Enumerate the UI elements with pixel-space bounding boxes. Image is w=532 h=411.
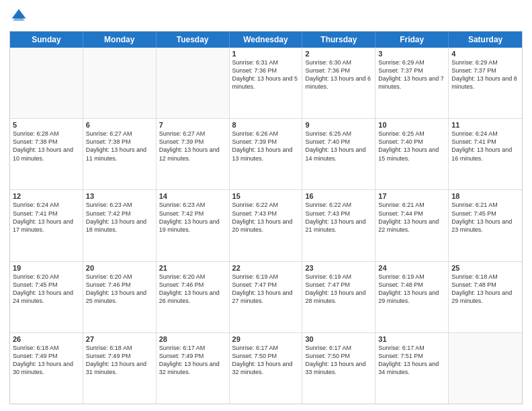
day-number: 12 xyxy=(13,192,80,200)
day-cell-27: 27Sunrise: 6:18 AM Sunset: 7:49 PM Dayli… xyxy=(83,333,157,404)
day-number: 27 xyxy=(86,335,153,343)
header xyxy=(9,7,523,26)
week-row-3: 19Sunrise: 6:20 AM Sunset: 7:45 PM Dayli… xyxy=(10,262,522,333)
calendar: SundayMondayTuesdayWednesdayThursdayFrid… xyxy=(9,31,523,404)
day-info: Sunrise: 6:18 AM Sunset: 7:49 PM Dayligh… xyxy=(86,344,153,377)
day-cell-30: 30Sunrise: 6:17 AM Sunset: 7:50 PM Dayli… xyxy=(302,333,375,404)
day-cell-6: 6Sunrise: 6:27 AM Sunset: 7:38 PM Daylig… xyxy=(83,119,157,189)
day-info: Sunrise: 6:22 AM Sunset: 7:43 PM Dayligh… xyxy=(232,201,300,234)
day-info: Sunrise: 6:18 AM Sunset: 7:48 PM Dayligh… xyxy=(451,273,519,306)
day-cell-5: 5Sunrise: 6:28 AM Sunset: 7:38 PM Daylig… xyxy=(10,119,83,189)
day-cell-26: 26Sunrise: 6:18 AM Sunset: 7:49 PM Dayli… xyxy=(10,333,83,404)
day-number: 6 xyxy=(86,121,153,129)
header-day-sunday: Sunday xyxy=(10,32,83,48)
day-info: Sunrise: 6:20 AM Sunset: 7:46 PM Dayligh… xyxy=(159,273,226,306)
day-info: Sunrise: 6:29 AM Sunset: 7:37 PM Dayligh… xyxy=(378,58,445,91)
week-row-2: 12Sunrise: 6:24 AM Sunset: 7:41 PM Dayli… xyxy=(10,190,522,261)
day-number: 10 xyxy=(378,121,445,129)
day-number: 28 xyxy=(159,335,226,343)
header-day-monday: Monday xyxy=(83,32,157,48)
day-info: Sunrise: 6:27 AM Sunset: 7:39 PM Dayligh… xyxy=(159,130,226,163)
logo-icon xyxy=(9,7,28,26)
empty-cell-4-6 xyxy=(449,333,522,404)
day-info: Sunrise: 6:21 AM Sunset: 7:44 PM Dayligh… xyxy=(378,201,445,234)
day-cell-21: 21Sunrise: 6:20 AM Sunset: 7:46 PM Dayli… xyxy=(157,262,230,332)
day-cell-13: 13Sunrise: 6:23 AM Sunset: 7:42 PM Dayli… xyxy=(83,190,157,261)
empty-cell-0-0 xyxy=(10,48,83,118)
day-number: 29 xyxy=(232,335,300,343)
day-number: 2 xyxy=(305,50,372,58)
day-info: Sunrise: 6:17 AM Sunset: 7:51 PM Dayligh… xyxy=(378,344,445,377)
day-number: 15 xyxy=(232,192,300,200)
day-cell-16: 16Sunrise: 6:22 AM Sunset: 7:43 PM Dayli… xyxy=(302,190,375,261)
day-cell-25: 25Sunrise: 6:18 AM Sunset: 7:48 PM Dayli… xyxy=(449,262,522,332)
day-cell-4: 4Sunrise: 6:29 AM Sunset: 7:37 PM Daylig… xyxy=(449,48,522,118)
day-cell-7: 7Sunrise: 6:27 AM Sunset: 7:39 PM Daylig… xyxy=(157,119,230,189)
day-number: 17 xyxy=(378,192,445,200)
day-info: Sunrise: 6:24 AM Sunset: 7:41 PM Dayligh… xyxy=(13,201,80,234)
day-cell-3: 3Sunrise: 6:29 AM Sunset: 7:37 PM Daylig… xyxy=(375,48,449,118)
day-number: 11 xyxy=(451,121,519,129)
day-info: Sunrise: 6:20 AM Sunset: 7:46 PM Dayligh… xyxy=(86,273,153,306)
header-day-tuesday: Tuesday xyxy=(157,32,230,48)
day-cell-19: 19Sunrise: 6:20 AM Sunset: 7:45 PM Dayli… xyxy=(10,262,83,332)
day-info: Sunrise: 6:22 AM Sunset: 7:43 PM Dayligh… xyxy=(305,201,372,234)
day-cell-9: 9Sunrise: 6:25 AM Sunset: 7:40 PM Daylig… xyxy=(302,119,375,189)
day-cell-15: 15Sunrise: 6:22 AM Sunset: 7:43 PM Dayli… xyxy=(230,190,303,261)
day-info: Sunrise: 6:29 AM Sunset: 7:37 PM Dayligh… xyxy=(451,58,519,91)
day-number: 24 xyxy=(378,264,445,272)
logo xyxy=(9,7,31,26)
day-info: Sunrise: 6:25 AM Sunset: 7:40 PM Dayligh… xyxy=(305,130,372,163)
day-number: 1 xyxy=(232,50,300,58)
page: SundayMondayTuesdayWednesdayThursdayFrid… xyxy=(0,0,532,411)
day-number: 4 xyxy=(451,50,519,58)
day-info: Sunrise: 6:20 AM Sunset: 7:45 PM Dayligh… xyxy=(13,273,80,306)
day-info: Sunrise: 6:31 AM Sunset: 7:36 PM Dayligh… xyxy=(232,58,300,91)
day-cell-17: 17Sunrise: 6:21 AM Sunset: 7:44 PM Dayli… xyxy=(375,190,449,261)
day-cell-20: 20Sunrise: 6:20 AM Sunset: 7:46 PM Dayli… xyxy=(83,262,157,332)
calendar-header: SundayMondayTuesdayWednesdayThursdayFrid… xyxy=(10,32,522,48)
day-number: 23 xyxy=(305,264,372,272)
day-cell-11: 11Sunrise: 6:24 AM Sunset: 7:41 PM Dayli… xyxy=(449,119,522,189)
day-cell-23: 23Sunrise: 6:19 AM Sunset: 7:47 PM Dayli… xyxy=(302,262,375,332)
day-info: Sunrise: 6:19 AM Sunset: 7:47 PM Dayligh… xyxy=(232,273,300,306)
day-number: 13 xyxy=(86,192,153,200)
day-info: Sunrise: 6:27 AM Sunset: 7:38 PM Dayligh… xyxy=(86,130,153,163)
day-number: 3 xyxy=(378,50,445,58)
day-number: 7 xyxy=(159,121,226,129)
day-number: 20 xyxy=(86,264,153,272)
header-day-saturday: Saturday xyxy=(449,32,522,48)
day-number: 25 xyxy=(451,264,519,272)
day-info: Sunrise: 6:30 AM Sunset: 7:36 PM Dayligh… xyxy=(305,58,372,91)
day-number: 9 xyxy=(305,121,372,129)
day-info: Sunrise: 6:23 AM Sunset: 7:42 PM Dayligh… xyxy=(86,201,153,234)
day-number: 8 xyxy=(232,121,300,129)
week-row-0: 1Sunrise: 6:31 AM Sunset: 7:36 PM Daylig… xyxy=(10,48,522,119)
day-cell-29: 29Sunrise: 6:17 AM Sunset: 7:50 PM Dayli… xyxy=(230,333,303,404)
day-info: Sunrise: 6:23 AM Sunset: 7:42 PM Dayligh… xyxy=(159,201,226,234)
day-cell-1: 1Sunrise: 6:31 AM Sunset: 7:36 PM Daylig… xyxy=(230,48,303,118)
day-number: 5 xyxy=(13,121,80,129)
day-number: 26 xyxy=(13,335,80,343)
day-info: Sunrise: 6:21 AM Sunset: 7:45 PM Dayligh… xyxy=(451,201,519,234)
day-number: 31 xyxy=(378,335,445,343)
header-day-wednesday: Wednesday xyxy=(230,32,303,48)
day-info: Sunrise: 6:17 AM Sunset: 7:50 PM Dayligh… xyxy=(232,344,300,377)
day-cell-10: 10Sunrise: 6:25 AM Sunset: 7:40 PM Dayli… xyxy=(375,119,449,189)
day-info: Sunrise: 6:18 AM Sunset: 7:49 PM Dayligh… xyxy=(13,344,80,377)
day-info: Sunrise: 6:24 AM Sunset: 7:41 PM Dayligh… xyxy=(451,130,519,163)
day-cell-8: 8Sunrise: 6:26 AM Sunset: 7:39 PM Daylig… xyxy=(230,119,303,189)
week-row-1: 5Sunrise: 6:28 AM Sunset: 7:38 PM Daylig… xyxy=(10,119,522,190)
day-cell-22: 22Sunrise: 6:19 AM Sunset: 7:47 PM Dayli… xyxy=(230,262,303,332)
day-number: 30 xyxy=(305,335,372,343)
day-info: Sunrise: 6:19 AM Sunset: 7:47 PM Dayligh… xyxy=(305,273,372,306)
day-info: Sunrise: 6:26 AM Sunset: 7:39 PM Dayligh… xyxy=(232,130,300,163)
day-info: Sunrise: 6:28 AM Sunset: 7:38 PM Dayligh… xyxy=(13,130,80,163)
day-cell-24: 24Sunrise: 6:19 AM Sunset: 7:48 PM Dayli… xyxy=(375,262,449,332)
day-number: 21 xyxy=(159,264,226,272)
calendar-body: 1Sunrise: 6:31 AM Sunset: 7:36 PM Daylig… xyxy=(10,48,522,404)
day-info: Sunrise: 6:25 AM Sunset: 7:40 PM Dayligh… xyxy=(378,130,445,163)
day-cell-14: 14Sunrise: 6:23 AM Sunset: 7:42 PM Dayli… xyxy=(157,190,230,261)
day-number: 18 xyxy=(451,192,519,200)
week-row-4: 26Sunrise: 6:18 AM Sunset: 7:49 PM Dayli… xyxy=(10,333,522,404)
